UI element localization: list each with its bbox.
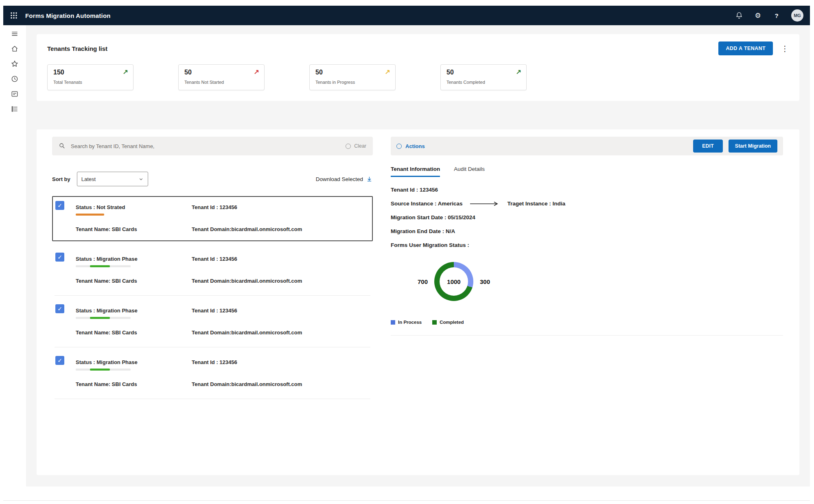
completed-value-label: 700: [418, 278, 428, 285]
start-migration-button[interactable]: Start Migration: [729, 140, 777, 153]
field-migration-start-date: Migration Start Date : 05/15/2024: [391, 214, 783, 220]
edit-button[interactable]: EDIT: [693, 140, 723, 153]
tab-tenant-information[interactable]: Tenant Information: [391, 166, 440, 177]
status-progress-bar: [76, 265, 131, 267]
tenant-status: Status : Not Strated: [76, 204, 192, 210]
status-progress-bar: [76, 369, 131, 371]
main-content: Tenants Tracking list ADD A TENANT ⋮ 150…: [26, 25, 810, 487]
legend-item-in-process: In Process: [391, 320, 422, 325]
tenant-checkbox[interactable]: ✓: [55, 304, 64, 313]
stat-label: Total Tenanats: [53, 80, 127, 85]
target-instance-value: Traget Instance : India: [508, 201, 566, 207]
donut-total-label: 1000: [440, 267, 468, 296]
field-migration-status-label: Forms User Migration Status :: [391, 242, 783, 248]
search-bar: Clear: [52, 137, 373, 155]
app-launcher-waffle-icon[interactable]: [10, 11, 18, 20]
sort-row: Sort by Latest Download Selected: [52, 172, 373, 186]
help-icon[interactable]: ?: [772, 11, 781, 20]
left-sidebar: [3, 25, 26, 487]
tab-audit-details[interactable]: Audit Details: [454, 166, 485, 177]
stat-value: 50: [184, 69, 258, 76]
stat-card-tenants-in-progress[interactable]: 50 Tenants in Progress ↗: [309, 64, 396, 90]
search-input[interactable]: [71, 143, 346, 149]
add-tenant-button[interactable]: ADD A TENANT: [718, 41, 773, 55]
menu-hamburger-icon[interactable]: [10, 29, 19, 38]
tenant-name: Tenant Name: SBI Cards: [76, 278, 192, 284]
settings-gear-icon[interactable]: ⚙: [754, 11, 762, 20]
topbar-actions: ⚙ ? MG: [735, 9, 803, 22]
user-avatar[interactable]: MG: [791, 9, 803, 22]
app-title: Forms Migration Automation: [25, 12, 111, 19]
field-tenant-id: Tenant Id : 123456: [391, 187, 783, 193]
sort-dropdown[interactable]: Latest: [77, 172, 148, 186]
tenant-id: Tenant Id : 123456: [192, 204, 368, 210]
stat-card-tenants-not-started[interactable]: 50 Tenants Not Started ↗: [178, 64, 265, 90]
status-progress-bar: [76, 214, 104, 216]
tenant-list-item[interactable]: ✓ Status : Migration Phase Tenant Name: …: [52, 299, 373, 345]
download-selected-label: Download Selected: [316, 176, 363, 182]
tracking-card-header: Tenants Tracking list ADD A TENANT ⋮: [47, 41, 789, 55]
clear-circle-icon: [346, 144, 351, 149]
trend-arrow-icon: ↗: [254, 68, 259, 76]
completed-swatch: [432, 320, 437, 325]
tenant-left-column: Status : Migration Phase Tenant Name: SB…: [76, 308, 192, 336]
status-progress-bar: [76, 317, 131, 319]
page-title: Tenants Tracking list: [47, 45, 107, 52]
flow-arrow-icon: [469, 201, 501, 206]
history-clock-icon[interactable]: [10, 74, 19, 83]
tenant-list: ✓ Status : Not Strated Tenant Name: SBI …: [52, 196, 373, 396]
tenant-checkbox[interactable]: ✓: [55, 201, 64, 210]
tenant-right-column: Tenant Id : 123456 Tenant Domain:bicardm…: [192, 308, 368, 336]
more-options-kebab-icon[interactable]: ⋮: [781, 45, 789, 52]
clear-search-control[interactable]: Clear: [346, 143, 366, 149]
trend-arrow-icon: ↗: [516, 68, 521, 76]
tenant-details-panel: Actions EDIT Start Migration Tenant Info…: [391, 137, 783, 475]
legend-label: In Process: [398, 320, 422, 325]
tenant-left-column: Status : Not Strated Tenant Name: SBI Ca…: [76, 204, 192, 232]
sort-dropdown-value: Latest: [81, 176, 96, 182]
tenant-id: Tenant Id : 123456: [192, 308, 368, 314]
tenant-information-fields: Tenant Id : 123456 Source Instance : Ame…: [391, 187, 783, 248]
field-migration-end-date: Migration End Date : N/A: [391, 228, 783, 234]
tenant-right-column: Tenant Id : 123456 Tenant Domain:bicardm…: [192, 256, 368, 284]
tenant-list-item[interactable]: ✓ Status : Migration Phase Tenant Name: …: [52, 248, 373, 293]
in-process-swatch: [391, 320, 395, 325]
stat-card-tenants-completed[interactable]: 50 Tenants Completed ↗: [440, 64, 527, 90]
task-list-icon[interactable]: [10, 105, 19, 113]
app-window: Forms Migration Automation ⚙ ? MG: [3, 6, 810, 487]
tenant-checkbox[interactable]: ✓: [55, 356, 64, 365]
tenant-domain: Tenant Domain:bicardmail.onmicrosoft.com: [192, 381, 368, 387]
field-instance-flow: Source Instance : Americas Traget Instan…: [391, 201, 783, 207]
details-tabs: Tenant Information Audit Details: [391, 166, 783, 177]
content-section: Clear Sort by Latest: [37, 129, 799, 475]
chevron-down-icon: [138, 177, 144, 182]
tenant-list-item[interactable]: ✓ Status : Not Strated Tenant Name: SBI …: [52, 196, 373, 241]
actions-radio-icon[interactable]: [396, 144, 402, 149]
forms-panel-icon[interactable]: [10, 89, 19, 98]
tenant-left-column: Status : Migration Phase Tenant Name: SB…: [76, 359, 192, 387]
details-divider: [391, 335, 783, 336]
tenant-list-item[interactable]: ✓ Status : Migration Phase Tenant Name: …: [52, 351, 373, 396]
tenant-right-column: Tenant Id : 123456 Tenant Domain:bicardm…: [192, 359, 368, 387]
legend-label: Completed: [440, 320, 464, 325]
tenant-right-column: Tenant Id : 123456 Tenant Domain:bicardm…: [192, 204, 368, 232]
in-process-value-label: 300: [480, 278, 490, 285]
stat-label: Tenants in Progress: [315, 80, 389, 85]
migration-status-chart: 700 1000 300: [418, 262, 490, 301]
favorites-star-icon[interactable]: [10, 59, 19, 68]
stat-card-total-tenants[interactable]: 150 Total Tenanats ↗: [47, 64, 133, 90]
download-selected-link[interactable]: Download Selected: [316, 176, 373, 183]
tenant-id: Tenant Id : 123456: [192, 256, 368, 262]
tenant-domain: Tenant Domain:bicardmail.onmicrosoft.com: [192, 278, 368, 284]
notifications-bell-icon[interactable]: [735, 11, 743, 20]
chart-legend: In Process Completed: [391, 320, 783, 325]
screen: Forms Migration Automation ⚙ ? MG: [0, 0, 814, 504]
tenant-checkbox[interactable]: ✓: [55, 253, 64, 262]
home-icon[interactable]: [10, 44, 19, 53]
tenant-name: Tenant Name: SBI Cards: [76, 381, 192, 387]
sort-by-label: Sort by: [52, 176, 70, 182]
tenant-left-column: Status : Migration Phase Tenant Name: SB…: [76, 256, 192, 284]
top-navigation-bar: Forms Migration Automation ⚙ ? MG: [3, 6, 810, 25]
window-bottom-edge: [3, 500, 810, 501]
tenant-id: Tenant Id : 123456: [192, 359, 368, 365]
